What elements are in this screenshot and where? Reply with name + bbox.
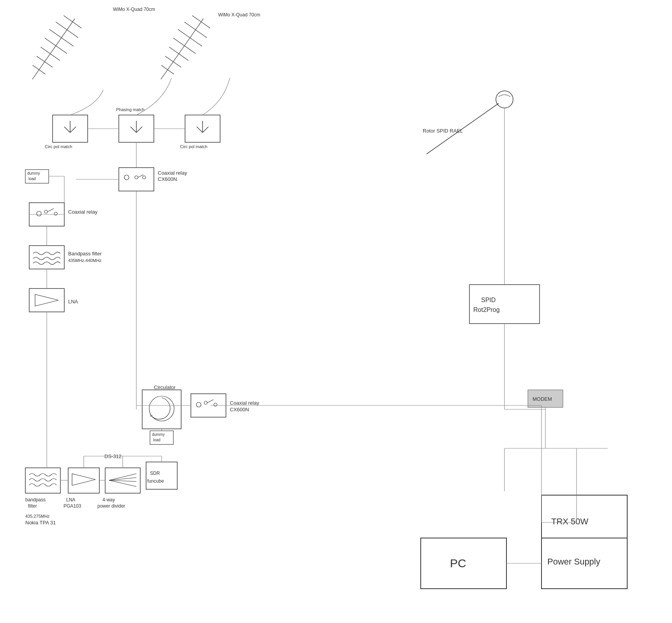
lna-bottom-label1: LNA (66, 497, 75, 503)
svg-line-5 (41, 47, 60, 60)
svg-line-13 (169, 47, 188, 60)
nokia-tpa-freq-label: 435.275MHz (25, 514, 50, 519)
svg-line-1 (63, 16, 81, 28)
sdr-label2: funcube (147, 478, 164, 484)
lna-bottom-label2: PGA103 (63, 503, 81, 509)
coaxial-relay-left-label: Coaxial relay (68, 209, 98, 215)
power-supply-label: Power Supply (547, 557, 600, 566)
spid-label2: Rot2Prog (473, 306, 500, 313)
svg-line-4 (45, 38, 67, 53)
bandpass-filter-freq-label: 435MHz-440MHz (68, 258, 102, 263)
dummy-load-top-label1: dummy (27, 171, 40, 175)
coaxial-relay-bottom-label2: CX600N (230, 407, 249, 412)
trx-label: TRX 50W (551, 517, 589, 526)
dummy-load-top-label2: load (28, 177, 36, 181)
svg-line-8 (161, 19, 203, 80)
lna-top-box (29, 288, 64, 312)
rotor-label: Rotor SPID RAEL (423, 128, 463, 134)
circ-pol-match1-label: Circ pol match (45, 144, 72, 149)
coaxial-relay-top-label1: Coaxial relay (158, 170, 187, 176)
spid-label1: SPID (481, 297, 496, 303)
dummy-load-circ-label2: load (153, 438, 161, 442)
circ-pol-match2-label: Circ pol match (180, 144, 207, 149)
svg-line-12 (173, 38, 196, 53)
power-divider-label2: power divider (97, 503, 125, 509)
nokia-tpa-label: Nokia TPA 31 (25, 520, 56, 526)
phasing-match-label: Phasing match (116, 107, 145, 112)
coaxial-relay-bottom-label1: Coaxial relay (230, 400, 259, 406)
bandpass-filter-bottom-label1: bandpass (25, 497, 46, 503)
power-divider-label1: 4-way (102, 497, 115, 503)
dummy-load-circ-label1: dummy (152, 432, 165, 437)
circulator-label: Circulator (154, 384, 176, 390)
antenna1-label: WiMo X-Quad 70cm (113, 7, 155, 12)
svg-line-10 (184, 22, 206, 37)
lna-top-label: LNA (68, 299, 78, 304)
rotor-symbol (496, 91, 513, 108)
modem-label: MODEM (533, 396, 552, 402)
svg-line-9 (192, 16, 210, 28)
lna-bottom-box (68, 468, 99, 493)
svg-line-14 (165, 56, 181, 67)
bandpass-filter-bottom-label2: filter (28, 503, 37, 509)
svg-line-6 (37, 56, 53, 67)
coaxial-relay-top-label2: CX600N (158, 176, 177, 182)
svg-line-2 (56, 22, 78, 37)
svg-line-15 (161, 65, 174, 74)
diagram: WiMo X-Quad 70cm WiMo X-Quad 70cm Circ p… (0, 0, 672, 623)
pc-label: PC (450, 557, 466, 570)
sdr-label1: SDR (150, 471, 160, 476)
antenna2-label: WiMo X-Quad 70cm (218, 12, 260, 18)
svg-line-7 (33, 65, 46, 74)
spid-box (469, 285, 540, 324)
svg-line-0 (32, 19, 75, 80)
coaxial-relay-top-box (119, 168, 154, 191)
bandpass-filter-bottom-box (25, 468, 60, 493)
circulator-box (142, 390, 181, 429)
bandpass-filter-label: Bandpass filter (68, 251, 102, 257)
